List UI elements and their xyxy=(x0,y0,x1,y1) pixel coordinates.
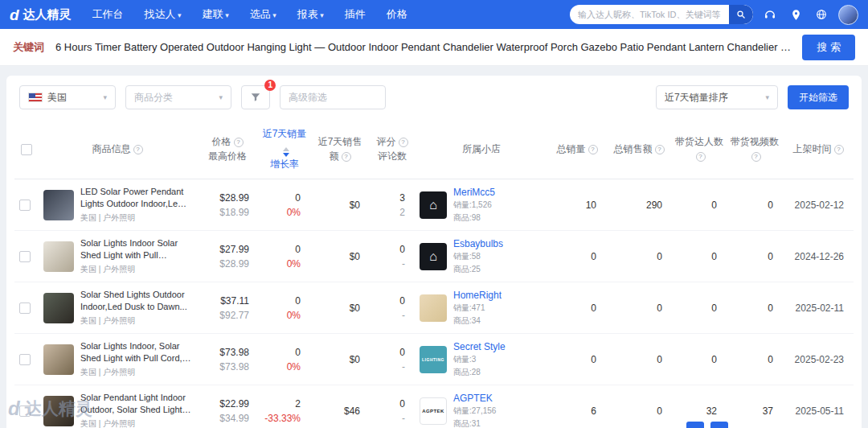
price: $73.98 xyxy=(201,347,249,358)
info-icon[interactable] xyxy=(399,138,408,147)
total-sales: 10 xyxy=(548,179,606,231)
sort-select[interactable]: 近7天销量排序 ▾ xyxy=(656,85,778,109)
shop-logo[interactable]: ⌂ xyxy=(420,243,447,270)
menu-product-picking[interactable]: 选品 xyxy=(250,7,276,22)
start-filter-button[interactable]: 开始筛选 xyxy=(788,85,849,109)
category-placeholder: 商品分类 xyxy=(134,91,173,105)
menu-connect[interactable]: 建联 xyxy=(203,7,229,22)
max-price: $28.99 xyxy=(201,258,249,270)
col-sales-7d[interactable]: 近7天销量增长率 xyxy=(259,119,310,179)
info-icon[interactable] xyxy=(751,152,761,162)
country-value: 美国 xyxy=(47,91,67,105)
growth-rate: 0% xyxy=(264,361,301,372)
rating: 0 xyxy=(375,244,405,255)
product-tags: 美国 | 户外照明 xyxy=(80,212,191,224)
talent-count: 0 xyxy=(672,179,727,231)
navbar-right xyxy=(570,5,858,25)
info-icon[interactable] xyxy=(588,145,598,154)
rating: 0 xyxy=(375,295,405,307)
product-image[interactable] xyxy=(43,241,74,272)
filter-row: 美国 ▾ 商品分类 ▾ 1 高级筛选 近7天销量排序 ▾ 开 xyxy=(14,84,854,119)
table-row: Solar Lights Indoor Solar Shed Light wit… xyxy=(14,231,854,282)
select-all-checkbox[interactable] xyxy=(21,144,32,155)
shop-name[interactable]: AGPTEK xyxy=(453,393,496,404)
search-icon[interactable] xyxy=(729,5,753,24)
table-row: LED Solar Power Pendant Lights Outdoor I… xyxy=(14,179,854,231)
pagination-page[interactable] xyxy=(710,422,728,428)
product-title[interactable]: Solar Shed Lights Outdoor Indoor,Led Dus… xyxy=(80,289,191,313)
max-price: $18.99 xyxy=(201,207,249,218)
global-search-input[interactable] xyxy=(578,10,729,19)
menu-reports[interactable]: 报表 xyxy=(297,7,324,22)
shop-name[interactable]: MeriMcc5 xyxy=(453,187,495,198)
shop-name[interactable]: Secret Style xyxy=(453,341,506,352)
shop-name[interactable]: Esbaybulbs xyxy=(453,238,503,249)
table-row: Solar Lights Indoor, Solar Shed Light wi… xyxy=(14,334,854,385)
menu-plugin[interactable]: 插件 xyxy=(345,7,366,22)
total-sales: 6 xyxy=(548,385,606,428)
product-title[interactable]: Solar Pendant Light Indoor Outdoor, Sola… xyxy=(80,392,191,416)
shop-items: 商品:28 xyxy=(453,367,506,378)
total-revenue: 0 xyxy=(606,231,672,282)
product-title[interactable]: Solar Lights Indoor, Solar Shed Light wi… xyxy=(80,340,191,364)
growth-rate: -33.33% xyxy=(264,413,301,424)
pagination-page[interactable] xyxy=(686,422,704,428)
product-tags: 美国 | 户外照明 xyxy=(80,418,191,428)
location-icon[interactable] xyxy=(787,6,805,23)
row-checkbox[interactable] xyxy=(19,405,31,417)
info-icon[interactable] xyxy=(696,152,706,162)
row-checkbox[interactable] xyxy=(19,302,31,314)
row-checkbox[interactable] xyxy=(19,200,31,211)
country-select[interactable]: 美国 ▾ xyxy=(19,85,116,109)
shop-logo[interactable] xyxy=(420,294,447,322)
table-header-row: 商品信息 价格最高价格 近7天销量增长率 近7天销售额 评分评论数 所属小店 总… xyxy=(14,119,854,179)
chevron-down-icon: ▾ xyxy=(103,93,107,101)
row-checkbox[interactable] xyxy=(19,251,31,262)
product-title[interactable]: LED Solar Power Pendant Lights Outdoor I… xyxy=(80,186,191,210)
col-videos: 带货视频数 xyxy=(727,119,783,179)
info-icon[interactable] xyxy=(342,152,351,162)
revenue-7d: $0 xyxy=(315,251,360,262)
us-flag-icon xyxy=(28,93,43,102)
shop-logo[interactable]: LIGHTING xyxy=(420,346,447,373)
info-icon[interactable] xyxy=(834,145,844,154)
keyword-search-button[interactable]: 搜 索 xyxy=(802,35,855,60)
col-product: 商品信息 xyxy=(39,119,196,179)
menu-find-talent[interactable]: 找达人 xyxy=(145,7,182,22)
results-card: 美国 ▾ 商品分类 ▾ 1 高级筛选 近7天销量排序 ▾ 开 xyxy=(6,76,862,428)
review-count: 2 xyxy=(375,207,405,218)
price: $27.99 xyxy=(201,244,249,255)
advanced-filter-select[interactable]: 高级筛选 xyxy=(280,85,386,109)
menu-workbench[interactable]: 工作台 xyxy=(92,7,124,22)
globe-icon[interactable] xyxy=(813,6,830,23)
info-icon[interactable] xyxy=(234,138,244,147)
info-icon[interactable] xyxy=(133,145,143,154)
category-select[interactable]: 商品分类 ▾ xyxy=(125,85,231,109)
shop-sales: 销量:1,526 xyxy=(453,200,495,211)
keyword-text[interactable]: 6 Hours Timer Battery Operated Outdoor H… xyxy=(55,41,791,53)
logo-icon: d xyxy=(10,7,19,23)
app-logo[interactable]: d 达人精灵 xyxy=(10,7,72,23)
product-image[interactable] xyxy=(43,344,74,375)
shop-logo[interactable]: ⌂ xyxy=(420,191,447,219)
product-title[interactable]: Solar Lights Indoor Solar Shed Light wit… xyxy=(80,237,191,261)
revenue-7d: $0 xyxy=(315,354,360,365)
product-image[interactable] xyxy=(43,396,74,426)
talent-count: 0 xyxy=(672,334,727,385)
advanced-filter-chip-wrap: 1 xyxy=(241,85,270,109)
revenue-7d: $0 xyxy=(315,302,360,314)
sort-icons[interactable] xyxy=(283,147,289,157)
sales-7d: 2 xyxy=(264,398,301,409)
row-checkbox[interactable] xyxy=(19,354,31,365)
product-image[interactable] xyxy=(43,293,74,323)
shop-logo[interactable]: AGPTEK xyxy=(420,397,447,425)
menu-pricing[interactable]: 价格 xyxy=(387,7,407,22)
product-image[interactable] xyxy=(43,190,74,220)
info-icon[interactable] xyxy=(655,145,665,154)
total-revenue: 0 xyxy=(606,334,672,385)
headset-icon[interactable] xyxy=(761,6,779,23)
shop-name[interactable]: HomeRight xyxy=(453,290,502,301)
user-avatar[interactable] xyxy=(838,5,858,25)
total-sales: 0 xyxy=(548,334,606,385)
sales-7d: 0 xyxy=(264,244,301,255)
